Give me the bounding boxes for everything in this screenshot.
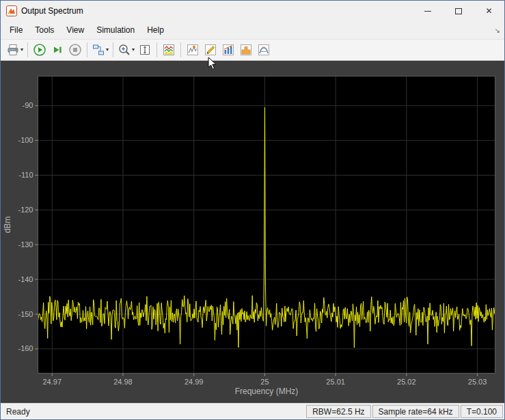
peak-finder-icon xyxy=(186,43,200,57)
svg-text:25: 25 xyxy=(260,378,269,386)
statusbar: Ready RBW=62.5 Hz Sample rate=64 kHz T=0… xyxy=(1,403,504,419)
status-rbw: RBW=62.5 Hz xyxy=(306,405,370,418)
toolbar-separator xyxy=(87,42,87,57)
app-icon xyxy=(6,5,17,16)
run-button[interactable] xyxy=(31,41,49,59)
close-button[interactable]: ✕ xyxy=(474,1,504,21)
svg-text:24.97: 24.97 xyxy=(42,378,62,386)
toolbar-separator xyxy=(156,42,157,57)
zoom-dropdown-caret-icon: ▾ xyxy=(132,47,135,53)
plot-area: 24.9724.9824.992525.0125.0225.03-90-100-… xyxy=(1,61,504,403)
menu-view[interactable]: View xyxy=(60,22,90,38)
svg-text:25.02: 25.02 xyxy=(397,378,416,386)
spectrum-settings-button[interactable] xyxy=(160,41,178,59)
svg-text:25.03: 25.03 xyxy=(468,378,487,386)
svg-text:-130: -130 xyxy=(18,240,33,249)
window-title: Output Spectrum xyxy=(21,6,412,16)
svg-text:-160: -160 xyxy=(18,344,33,352)
menu-file[interactable]: File xyxy=(3,22,29,38)
maximize-icon xyxy=(455,8,462,14)
status-time: T=0.100 xyxy=(461,405,503,418)
maximize-button[interactable] xyxy=(443,1,474,21)
svg-text:-100: -100 xyxy=(18,136,33,144)
close-icon: ✕ xyxy=(485,7,492,15)
cursor-measurements-icon xyxy=(204,43,217,57)
spectral-mask-button[interactable] xyxy=(237,41,255,59)
minimize-icon xyxy=(424,11,431,12)
x-axis-label: Frequency (MHz) xyxy=(235,387,299,396)
svg-text:-90: -90 xyxy=(23,101,33,109)
spectrum-settings-icon xyxy=(162,43,176,57)
y-axis-label: dBm xyxy=(3,216,12,234)
peak-finder-button[interactable] xyxy=(184,41,202,59)
cursor-measurements-button[interactable] xyxy=(202,41,219,59)
svg-text:25.01: 25.01 xyxy=(326,378,345,386)
toolbar-separator xyxy=(180,42,181,57)
distortion-measurements-icon xyxy=(257,43,271,57)
menu-help[interactable]: Help xyxy=(141,22,170,38)
simulation-settings-caret-icon: ▾ xyxy=(106,47,109,53)
spectrum-plot[interactable]: 24.9724.9824.992525.0125.0225.03-90-100-… xyxy=(1,61,504,403)
plot-canvas[interactable] xyxy=(38,76,495,374)
svg-text:-140: -140 xyxy=(18,275,33,283)
signal-statistics-button[interactable] xyxy=(219,41,237,59)
run-icon xyxy=(33,43,46,57)
collapse-arrow-icon[interactable]: ↘ xyxy=(495,27,500,34)
signal-statistics-icon xyxy=(221,43,235,57)
status-sample-rate: Sample rate=64 kHz xyxy=(372,405,459,418)
step-forward-icon xyxy=(51,43,64,57)
simulation-settings-icon xyxy=(92,43,105,57)
menu-simulation[interactable]: Simulation xyxy=(90,22,141,38)
print-dropdown-caret-icon: ▾ xyxy=(21,47,23,53)
spectrum-analyzer-window: Output Spectrum ✕ File Tools View Simula… xyxy=(0,0,505,420)
menubar: File Tools View Simulation Help ↘ xyxy=(1,21,504,39)
svg-text:24.99: 24.99 xyxy=(185,378,204,386)
span-x-axis-icon xyxy=(138,43,152,57)
print-button[interactable]: ▾ xyxy=(5,41,25,59)
stop-button[interactable] xyxy=(66,41,84,59)
distortion-measurements-button[interactable] xyxy=(255,41,273,59)
toolbar-separator xyxy=(113,42,113,57)
zoom-in-icon xyxy=(118,43,131,57)
toolbar-separator xyxy=(27,42,28,57)
status-message: Ready xyxy=(1,404,305,419)
step-forward-button[interactable] xyxy=(49,41,66,59)
titlebar: Output Spectrum ✕ xyxy=(1,1,504,21)
svg-text:24.98: 24.98 xyxy=(113,378,133,386)
stop-icon xyxy=(68,43,82,57)
print-icon xyxy=(6,43,20,57)
svg-text:-150: -150 xyxy=(18,310,33,318)
zoom-in-button[interactable]: ▾ xyxy=(116,41,136,59)
toolbar: ▾ xyxy=(1,39,504,61)
menu-tools[interactable]: Tools xyxy=(29,22,60,38)
span-x-axis-button[interactable] xyxy=(136,41,154,59)
minimize-button[interactable] xyxy=(412,1,443,21)
svg-text:-120: -120 xyxy=(18,206,33,214)
simulation-settings-button[interactable]: ▾ xyxy=(90,41,110,59)
svg-text:-110: -110 xyxy=(18,171,33,179)
spectral-mask-icon xyxy=(239,43,253,57)
